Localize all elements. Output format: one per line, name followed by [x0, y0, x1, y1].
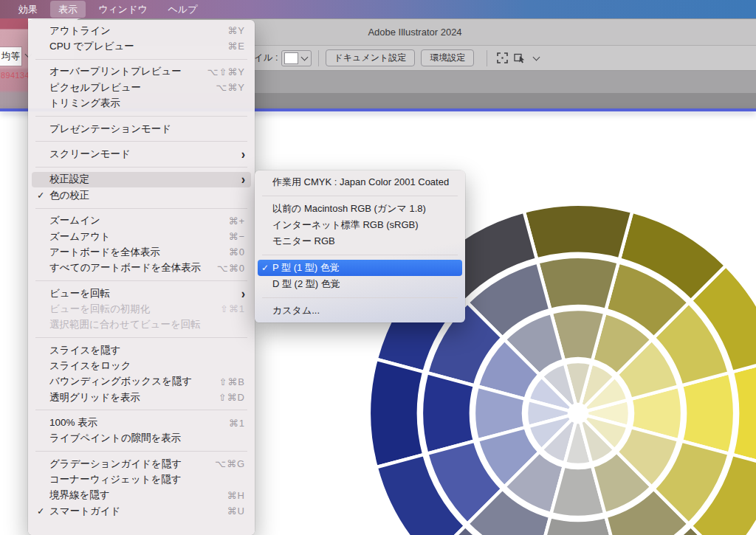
menu-item-label: P 型 (1 型) 色覚 — [272, 261, 456, 275]
menubar-item[interactable]: 表示 — [50, 1, 86, 18]
menu-item[interactable]: バウンディングボックスを隠す⇧⌘B — [32, 374, 251, 390]
menu-item[interactable]: カスタム... — [258, 303, 462, 319]
submenu-arrow-icon: › — [241, 286, 245, 300]
menu-item-label: バウンディングボックスを隠す — [49, 375, 219, 388]
menubar-item[interactable]: ヘルプ — [160, 1, 206, 18]
menu-item[interactable]: ✓P 型 (1 型) 色覚 — [258, 260, 462, 276]
selection-preview-icon[interactable] — [514, 52, 527, 63]
menu-separator — [35, 208, 247, 209]
menu-separator — [35, 167, 247, 168]
menu-item[interactable]: ビューを回転› — [32, 286, 251, 301]
preferences-button[interactable]: 環境設定 — [421, 49, 474, 66]
wheel-segment — [524, 204, 633, 259]
menu-item-label: スライスをロック — [49, 359, 245, 373]
menu-item[interactable]: アウトライン⌘Y — [32, 23, 251, 38]
checkmark-icon: ✓ — [36, 505, 49, 517]
menu-item[interactable]: スライスをロック — [32, 358, 251, 373]
menu-item[interactable]: すべてのアートボードを全体表示⌥⌘0 — [32, 260, 251, 276]
menu-item[interactable]: 透明グリッドを表示⇧⌘D — [32, 390, 251, 405]
style-label: イル : — [254, 52, 278, 64]
menu-item-label: すべてのアートボードを全体表示 — [49, 261, 217, 275]
chevron-down-icon[interactable] — [533, 53, 540, 61]
white-swatch — [284, 52, 298, 64]
menu-item[interactable]: 作業用 CMYK : Japan Color 2001 Coated — [258, 174, 462, 190]
menu-item[interactable]: モニター RGB — [258, 233, 462, 249]
menu-separator — [35, 280, 247, 281]
menu-item-label: 色の校正 — [49, 189, 245, 202]
menu-item-label: カスタム... — [272, 304, 456, 317]
menu-item-label: スライスを隠す — [49, 344, 245, 357]
shortcut-label: ⌘E — [227, 41, 245, 52]
style-swatch-dropdown[interactable] — [281, 50, 312, 66]
toolbar-divider — [487, 50, 487, 66]
menu-item[interactable]: コーナーウィジェットを隠す — [32, 472, 251, 488]
background-digits: 894134 — [1, 71, 30, 80]
shortcut-label: ⌥⌘0 — [217, 263, 245, 274]
menu-item[interactable]: ライブペイントの隙間を表示 — [32, 431, 251, 446]
menu-item-label: グラデーションガイドを隠す — [49, 458, 215, 471]
menu-separator — [262, 255, 458, 255]
menu-item[interactable]: 校正設定› — [32, 172, 251, 187]
menu-item-label: アートボードを全体表示 — [49, 246, 229, 259]
menu-item[interactable]: オーバープリントプレビュー⌥⇧⌘Y — [32, 64, 251, 80]
background-window-strip: 均等 894134 — [0, 18, 28, 108]
menu-bar: 効果表示ウィンドウヘルプ — [0, 0, 756, 18]
menu-item-label: インターネット標準 RGB (sRGB) — [272, 218, 456, 232]
menu-item: ビューを回転の初期化⇧⌘1 — [32, 301, 251, 317]
document-setup-button[interactable]: ドキュメント設定 — [326, 49, 416, 66]
menu-item[interactable]: アートボードを全体表示⌘0 — [32, 244, 251, 260]
window-title: Adobe Illustrator 2024 — [368, 27, 461, 38]
menu-item-label: ズームアウト — [49, 230, 228, 244]
menu-item[interactable]: グラデーションガイドを隠す⌥⌘G — [32, 456, 251, 472]
menu-item[interactable]: ズームアウト⌘− — [32, 229, 251, 244]
menu-separator — [35, 141, 247, 142]
menu-item-label: ズームイン — [49, 214, 228, 227]
menu-separator — [262, 297, 458, 298]
fit-artboard-icon[interactable] — [497, 52, 508, 63]
align-distribute-field[interactable]: 均等 — [0, 46, 22, 66]
shortcut-label: ⇧⌘1 — [220, 303, 245, 314]
menubar-item[interactable]: ウィンドウ — [90, 1, 156, 18]
menu-item-label: ライブペイントの隙間を表示 — [49, 432, 245, 445]
shortcut-label: ⌥⇧⌘Y — [207, 66, 245, 77]
menu-item-label: ピクセルプレビュー — [49, 81, 216, 94]
menu-item-label: コーナーウィジェットを隠す — [49, 473, 245, 486]
menu-item-label: ビューを回転の初期化 — [49, 303, 220, 316]
menu-item[interactable]: トリミング表示 — [32, 95, 251, 111]
menu-item[interactable]: インターネット標準 RGB (sRGB) — [258, 217, 462, 233]
menu-item[interactable]: ズームイン⌘+ — [32, 213, 251, 229]
menu-separator — [35, 116, 247, 117]
menu-separator — [35, 59, 247, 60]
toolbar-divider — [318, 50, 319, 66]
menu-separator — [35, 337, 247, 338]
menu-item-label: 作業用 CMYK : Japan Color 2001 Coated — [272, 176, 456, 189]
menu-item[interactable]: 100% 表示⌘1 — [32, 415, 251, 430]
menu-item[interactable]: ピクセルプレビュー⌥⌘Y — [32, 80, 251, 95]
shortcut-label: ⌘0 — [229, 246, 245, 258]
menu-item-label: CPU でプレビュー — [49, 40, 227, 53]
menu-item[interactable]: ✓色の校正 — [32, 187, 251, 203]
menu-item[interactable]: 以前の Macintosh RGB (ガンマ 1.8) — [258, 201, 462, 217]
menu-item-label: ビューを回転 — [49, 287, 241, 300]
menu-item-label: 境界線を隠す — [49, 489, 227, 502]
menu-item[interactable]: CPU でプレビュー⌘E — [32, 38, 251, 54]
shortcut-label: ⌘Y — [227, 25, 245, 36]
shortcut-label: ⌘H — [227, 490, 245, 501]
menu-item-label: オーバープリントプレビュー — [49, 65, 207, 78]
menubar-item[interactable]: 効果 — [10, 1, 46, 18]
menu-separator — [35, 410, 247, 410]
menu-item[interactable]: プレゼンテーションモード — [32, 121, 251, 137]
menu-item-label: 100% 表示 — [49, 416, 229, 429]
menu-item[interactable]: 境界線を隠す⌘H — [32, 488, 251, 503]
menu-item[interactable]: スクリーンモード› — [32, 146, 251, 162]
menu-item[interactable]: スライスを隠す — [32, 342, 251, 358]
submenu-arrow-icon: › — [241, 173, 245, 186]
shortcut-label: ⌘+ — [228, 215, 245, 227]
menu-item-label: アウトライン — [49, 24, 227, 38]
proof-setup-submenu-panel: 作業用 CMYK : Japan Color 2001 Coated以前の Ma… — [255, 170, 465, 322]
menu-item-label: 透明グリッドを表示 — [49, 391, 219, 404]
menu-item[interactable]: D 型 (2 型) 色覚 — [258, 276, 462, 292]
shortcut-label: ⌥⌘Y — [216, 82, 245, 93]
shortcut-label: ⌘U — [227, 505, 245, 517]
menu-item[interactable]: ✓スマートガイド⌘U — [32, 503, 251, 519]
